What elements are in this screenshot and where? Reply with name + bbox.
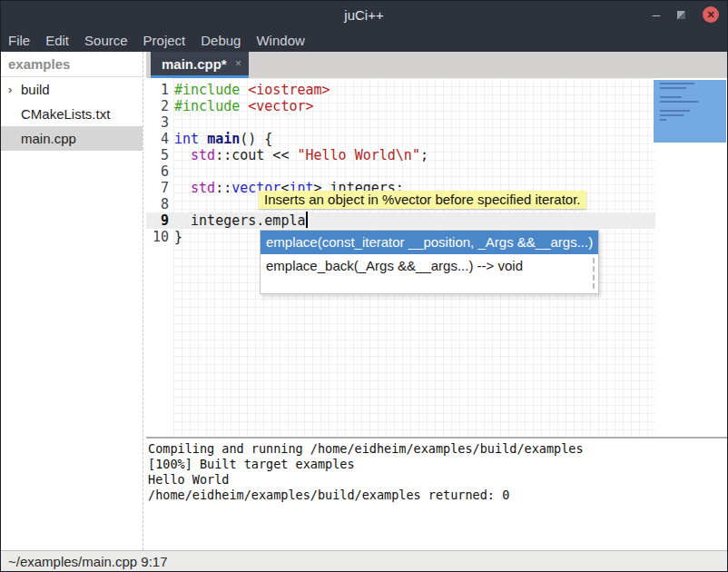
file-tree-item-cmakelists-txt[interactable]: CMakeLists.txt [1,102,143,126]
autocomplete-popup[interactable]: emplace(const_iterator __position, _Args… [260,230,599,294]
minimap-code-line [660,101,698,103]
output-panel[interactable]: Compiling and running /home/eidheim/exam… [146,439,727,550]
output-line: Hello World [148,472,727,488]
code-line-text [169,196,174,212]
code-editor[interactable]: 1#include <iostream>2#include <vector>34… [146,78,727,437]
line-number: 4 [146,131,169,147]
statusbar: ~/examples/main.cpp 9:17 [1,550,727,571]
maximize-icon[interactable] [677,11,685,19]
code-line: 1#include <iostream> [146,82,428,98]
code-line-text: #include <vector> [169,98,314,114]
close-button[interactable]: ✕ [703,6,719,23]
code-token: integers.empla [174,212,306,229]
menu-item-source[interactable]: Source [84,33,128,48]
minimap-code-line [660,87,686,89]
code-line: 2#include <vector> [146,98,428,114]
file-tree-root-label: examples [1,52,143,77]
code-line: 5 std::cout << "Hello World\n"; [146,147,428,163]
code-line: 3 [146,114,428,131]
code-token: :: [215,147,231,163]
window-title: juCi++ [1,7,727,23]
app-window: juCi++ – ✕ FileEditSourceProjectDebugWin… [0,0,728,572]
code-line: 4int main() { [146,131,428,147]
line-number: 7 [146,180,169,196]
line-number: 6 [146,163,169,180]
code-token: <iostream> [248,82,330,98]
file-tree-item-build[interactable]: ›build [1,77,143,102]
code-line: 9 integers.empla [146,212,428,229]
code-token: "Hello World\n" [297,147,419,163]
code-line-text: #include <iostream> [169,82,330,98]
menu-item-edit[interactable]: Edit [45,33,69,48]
code-token: () { [240,131,272,147]
minimap-code-line [660,110,690,112]
code-token: ; [420,147,428,163]
code-line-text: std::cout << "Hello World\n"; [169,147,428,163]
minimap-code-line [660,114,684,116]
file-tree-item-label: CMakeLists.txt [21,106,110,122]
file-tree-item-label: build [21,82,50,97]
autocomplete-item[interactable]: emplace_back(_Args &&__args...) --> void [261,254,598,278]
code-line-text [169,114,174,131]
autocomplete-item[interactable]: emplace(const_iterator __position, _Args… [261,231,598,254]
output-line: Compiling and running /home/eidheim/exam… [148,441,727,457]
code-token: << [264,147,297,163]
code-line-text: } [169,229,182,245]
minimap-code-line [660,83,694,84]
line-number: 3 [146,114,169,131]
code-token: <vector> [248,98,313,114]
output-line: [100%] Built target examples [148,457,727,472]
tabbar: main.cpp* × [146,52,727,78]
main-area: examples ›buildCMakeLists.txtmain.cpp ma… [1,52,727,550]
code-token: cout [231,147,264,163]
menu-item-window[interactable]: Window [256,33,304,48]
code-token: std [191,147,215,163]
code-token [199,131,207,147]
file-tree-item-main-cpp[interactable]: main.cpp [1,126,143,151]
doc-tooltip: Inserts an object in %vector before spec… [259,191,586,209]
code-line-text [169,163,174,180]
minimap-overview[interactable] [654,80,726,143]
line-number: 2 [146,98,169,114]
file-tree-item-label: main.cpp [21,131,76,146]
code-token: } [174,229,182,245]
code-lines: 1#include <iostream>2#include <vector>34… [146,82,428,245]
code-token [240,82,248,98]
line-number: 5 [146,147,169,163]
code-line: 6 [146,163,428,180]
status-file-position: ~/examples/main.cpp 9:17 [8,554,168,569]
code-token: #include [174,82,240,98]
titlebar[interactable]: juCi++ – ✕ [1,1,727,28]
text-cursor [306,212,308,228]
menu-item-project[interactable]: Project [143,33,186,48]
line-number: 1 [146,82,169,98]
code-token [174,147,191,163]
minimap-code-line [660,96,682,98]
menubar: FileEditSourceProjectDebugWindow [1,28,727,52]
menu-item-file[interactable]: File [8,33,30,48]
window-buttons: – ✕ [653,1,719,28]
line-number: 8 [146,196,169,212]
menu-item-debug[interactable]: Debug [201,33,241,48]
tab-main-cpp[interactable]: main.cpp* × [151,52,249,78]
code-token: #include [174,98,240,114]
file-tree-items: ›buildCMakeLists.txtmain.cpp [1,77,143,151]
minimize-button[interactable]: – [653,10,660,19]
code-token: main [207,131,240,147]
minimap-code-line [660,119,666,121]
editor-column: main.cpp* × 1#include <iostream>2#includ… [146,52,727,550]
expander-chevron-icon[interactable]: › [8,83,21,96]
code-token: std [191,180,215,196]
line-number: 9 [146,212,169,229]
output-line: /home/eidheim/examples/build/examples re… [148,488,727,503]
code-token [240,98,248,114]
tab-close-icon[interactable]: × [235,57,241,70]
code-token: :: [215,180,231,196]
code-token [174,180,191,196]
file-tree-panel: examples ›buildCMakeLists.txtmain.cpp [1,52,143,550]
popup-scrollbar[interactable] [593,258,595,289]
code-line-text: integers.empla [169,212,306,229]
tab-label: main.cpp* [162,56,235,72]
line-number: 10 [146,229,169,245]
code-line-text: int main() { [169,131,272,147]
